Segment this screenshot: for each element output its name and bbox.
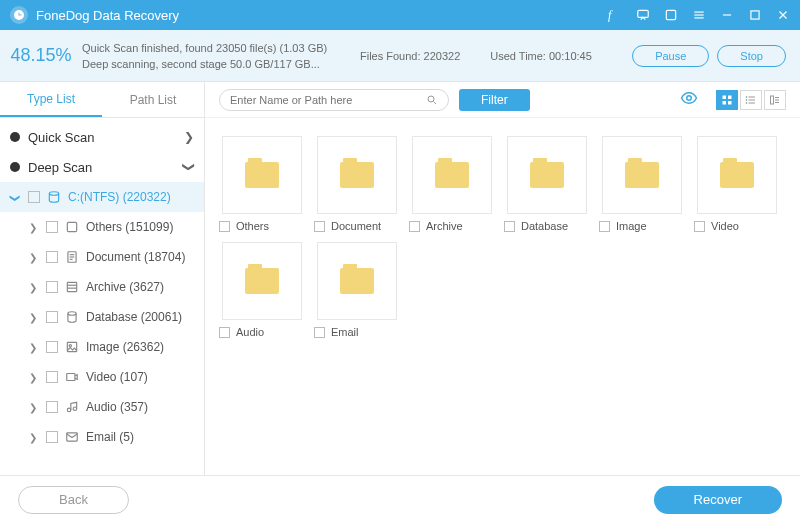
- folder-thumb: [317, 242, 397, 320]
- tab-type-list[interactable]: Type List: [0, 82, 102, 117]
- svg-rect-1: [666, 10, 675, 19]
- tree-item[interactable]: ❯Email (5): [0, 422, 204, 452]
- chevron-down-icon: ❯: [182, 162, 196, 172]
- recover-button[interactable]: Recover: [654, 486, 782, 514]
- tile-label: Others: [236, 220, 269, 232]
- svg-point-37: [746, 102, 747, 103]
- chevron-right-icon: ❯: [26, 402, 40, 413]
- search-input[interactable]: [230, 94, 426, 106]
- svg-rect-15: [67, 282, 76, 291]
- checkbox[interactable]: [314, 327, 325, 338]
- tree: Quick Scan ❯ Deep Scan ❯ ❯ C:(NTFS) (220…: [0, 118, 204, 475]
- app-title: FoneDog Data Recovery: [36, 8, 179, 23]
- minimize-icon[interactable]: [720, 8, 734, 22]
- pause-button[interactable]: Pause: [632, 45, 709, 67]
- checkbox[interactable]: [314, 221, 325, 232]
- chevron-right-icon: ❯: [26, 282, 40, 293]
- bullet-icon: [10, 162, 20, 172]
- feedback-icon[interactable]: [636, 8, 650, 22]
- view-list-button[interactable]: [740, 90, 762, 110]
- folder-tile[interactable]: Database: [504, 136, 589, 232]
- tree-item-label: Database (20061): [86, 310, 194, 324]
- tree-item[interactable]: ❯Others (151099): [0, 212, 204, 242]
- tree-item[interactable]: ❯Image (26362): [0, 332, 204, 362]
- svg-point-35: [746, 96, 747, 97]
- progress-panel: 48.15% Quick Scan finished, found 23050 …: [0, 30, 800, 82]
- view-grid-button[interactable]: [716, 90, 738, 110]
- view-detail-button[interactable]: [764, 90, 786, 110]
- search-box[interactable]: [219, 89, 449, 111]
- tree-item-label: Email (5): [86, 430, 194, 444]
- checkbox[interactable]: [46, 311, 58, 323]
- folder-icon: [625, 162, 659, 188]
- pin-icon[interactable]: [664, 8, 678, 22]
- checkbox[interactable]: [46, 341, 58, 353]
- checkbox[interactable]: [504, 221, 515, 232]
- tree-drive[interactable]: ❯ C:(NTFS) (220322): [0, 182, 204, 212]
- folder-tile[interactable]: Document: [314, 136, 399, 232]
- svg-point-18: [68, 312, 76, 316]
- tree-item[interactable]: ❯Archive (3627): [0, 272, 204, 302]
- facebook-icon[interactable]: f: [608, 8, 622, 22]
- folder-icon: [530, 162, 564, 188]
- preview-icon[interactable]: [680, 89, 698, 110]
- checkbox[interactable]: [46, 221, 58, 233]
- tile-label: Archive: [426, 220, 463, 232]
- type-icon: [64, 430, 80, 444]
- section-deep-scan[interactable]: Deep Scan ❯: [0, 152, 204, 182]
- checkbox[interactable]: [46, 431, 58, 443]
- back-button[interactable]: Back: [18, 486, 129, 514]
- tree-item[interactable]: ❯Document (18704): [0, 242, 204, 272]
- chevron-right-icon: ❯: [26, 312, 40, 323]
- type-icon: [64, 400, 80, 414]
- tree-item[interactable]: ❯Video (107): [0, 362, 204, 392]
- section-quick-scan[interactable]: Quick Scan ❯: [0, 122, 204, 152]
- tile-label: Audio: [236, 326, 264, 338]
- svg-point-20: [69, 345, 71, 347]
- checkbox[interactable]: [46, 251, 58, 263]
- svg-rect-10: [67, 222, 76, 231]
- tab-path-list[interactable]: Path List: [102, 82, 204, 117]
- svg-rect-19: [67, 342, 76, 351]
- type-icon: [64, 310, 80, 324]
- checkbox[interactable]: [28, 191, 40, 203]
- stop-button[interactable]: Stop: [717, 45, 786, 67]
- chevron-right-icon: ❯: [26, 252, 40, 263]
- folder-tile[interactable]: Image: [599, 136, 684, 232]
- type-icon: [64, 370, 80, 384]
- type-icon: [64, 250, 80, 264]
- main-panel: Filter OthersDocumentArchiveDatabaseImag…: [205, 82, 800, 475]
- checkbox[interactable]: [46, 371, 58, 383]
- folder-tile[interactable]: Audio: [219, 242, 304, 338]
- folder-tile[interactable]: Email: [314, 242, 399, 338]
- menu-icon[interactable]: [692, 8, 706, 22]
- maximize-icon[interactable]: [748, 8, 762, 22]
- svg-rect-28: [723, 95, 727, 99]
- tile-label: Document: [331, 220, 381, 232]
- checkbox[interactable]: [46, 281, 58, 293]
- chevron-right-icon: ❯: [26, 432, 40, 443]
- folder-tile[interactable]: Others: [219, 136, 304, 232]
- folder-icon: [435, 162, 469, 188]
- folder-tile[interactable]: Archive: [409, 136, 494, 232]
- checkbox[interactable]: [694, 221, 705, 232]
- svg-point-25: [428, 96, 434, 102]
- checkbox[interactable]: [46, 401, 58, 413]
- svg-rect-21: [67, 374, 75, 381]
- tree-item-label: Image (26362): [86, 340, 194, 354]
- chevron-right-icon: ❯: [26, 222, 40, 233]
- checkbox[interactable]: [219, 327, 230, 338]
- tree-item[interactable]: ❯Database (20061): [0, 302, 204, 332]
- folder-thumb: [412, 136, 492, 214]
- close-icon[interactable]: [776, 8, 790, 22]
- tile-label: Database: [521, 220, 568, 232]
- folder-tile[interactable]: Video: [694, 136, 779, 232]
- checkbox[interactable]: [599, 221, 610, 232]
- filter-button[interactable]: Filter: [459, 89, 530, 111]
- type-icon: [64, 220, 80, 234]
- checkbox[interactable]: [219, 221, 230, 232]
- scan-status-line1: Quick Scan finished, found 23050 file(s)…: [82, 42, 332, 54]
- tree-item[interactable]: ❯Audio (357): [0, 392, 204, 422]
- folder-thumb: [317, 136, 397, 214]
- checkbox[interactable]: [409, 221, 420, 232]
